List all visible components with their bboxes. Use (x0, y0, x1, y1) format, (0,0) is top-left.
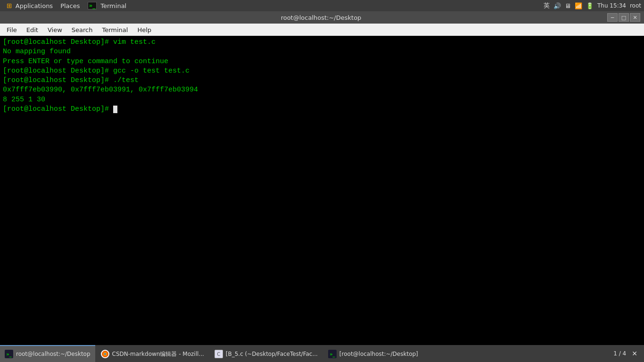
taskbar-terminal-icon: »_ (5, 350, 13, 358)
window-title: root@localhost:~/Desktop (35, 14, 607, 21)
taskbar: »_ root@localhost:~/Desktop CSDN-markdow… (0, 345, 644, 362)
menu-search[interactable]: Search (67, 24, 98, 35)
user-label: root (630, 2, 641, 9)
system-bar-left: ⊞ Applications Places »_ Terminal (3, 0, 130, 11)
term-line-4: [root@localhost Desktop]# gcc -o test te… (3, 66, 641, 76)
taskbar-left: »_ root@localhost:~/Desktop CSDN-markdow… (0, 345, 423, 362)
menu-edit[interactable]: Edit (22, 24, 43, 35)
term-line-6: 0x7fff7eb03990, 0x7fff7eb03991, 0x7fff7e… (3, 85, 641, 95)
places-label: Places (60, 2, 80, 9)
term-line-1: [root@localhost Desktop]# vim test.c (3, 38, 641, 47)
menu-help[interactable]: Help (132, 24, 156, 35)
page-indicator: 1 / 4 (613, 350, 626, 357)
taskbar-item-firefox[interactable]: CSDN-markdown编辑器 - Mozill... (96, 345, 209, 362)
display-icon: 🖥 (565, 2, 571, 9)
taskbar-firefox-icon (101, 350, 109, 358)
applications-label: Applications (16, 2, 53, 9)
menu-view[interactable]: View (43, 24, 67, 35)
restore-button[interactable]: □ (619, 13, 629, 22)
lang-icon: 英 (544, 1, 550, 10)
system-bar: ⊞ Applications Places »_ Terminal 英 🔊 🖥 … (0, 0, 644, 11)
title-bar: root@localhost:~/Desktop ─ □ ✕ (0, 11, 644, 24)
taskbar-editor-label: [B_5.c (~Desktop/FaceTest/Fac... (226, 351, 318, 357)
terminal-menu[interactable]: »_ Terminal (84, 0, 131, 11)
menu-terminal[interactable]: Terminal (97, 24, 132, 35)
window-controls: ─ □ ✕ (607, 13, 640, 22)
taskbar-item-editor[interactable]: C [B_5.c (~Desktop/FaceTest/Fac... (210, 345, 322, 362)
term-line-3: Press ENTER or type command to continue (3, 57, 641, 66)
terminal-content[interactable]: [root@localhost Desktop]# vim test.c No … (0, 36, 644, 362)
minimize-button[interactable]: ─ (607, 13, 618, 22)
system-bar-right: 英 🔊 🖥 📶 🔋 Thu 15:34 root (544, 1, 641, 10)
taskbar-item-terminal2[interactable]: »_ [root@localhost:~/Desktop] (323, 345, 423, 362)
close-taskbar-button[interactable]: ✕ (630, 350, 639, 357)
term-line-5: [root@localhost Desktop]# ./test (3, 76, 641, 85)
taskbar-terminal2-icon: »_ (328, 350, 337, 358)
network-icon: 📶 (575, 2, 582, 9)
terminal-window: root@localhost:~/Desktop ─ □ ✕ File Edit… (0, 11, 644, 362)
menu-file[interactable]: File (2, 24, 22, 35)
places-menu[interactable]: Places (57, 0, 83, 11)
term-line-8: [root@localhost Desktop]# (3, 105, 641, 114)
terminal-icon: »_ (88, 2, 97, 9)
svg-point-2 (104, 353, 106, 355)
taskbar-terminal-label: root@localhost:~/Desktop (16, 351, 91, 357)
term-line-2: No mapping found (3, 47, 641, 57)
term-line-7: 8 255 1 30 (3, 95, 641, 105)
volume-icon: 🔊 (553, 2, 561, 9)
applications-menu[interactable]: ⊞ Applications (3, 0, 57, 11)
taskbar-editor-icon: C (215, 350, 223, 358)
taskbar-item-terminal[interactable]: »_ root@localhost:~/Desktop (0, 345, 95, 362)
close-button[interactable]: ✕ (630, 13, 640, 22)
cursor (113, 106, 117, 113)
battery-icon: 🔋 (586, 2, 594, 9)
terminal-label: Terminal (100, 2, 126, 9)
menu-bar: File Edit View Search Terminal Help (0, 24, 644, 36)
taskbar-firefox-label: CSDN-markdown编辑器 - Mozill... (112, 350, 204, 358)
datetime: Thu 15:34 (597, 2, 626, 9)
taskbar-terminal2-label: [root@localhost:~/Desktop] (339, 351, 418, 357)
taskbar-right: 1 / 4 ✕ (609, 350, 644, 357)
